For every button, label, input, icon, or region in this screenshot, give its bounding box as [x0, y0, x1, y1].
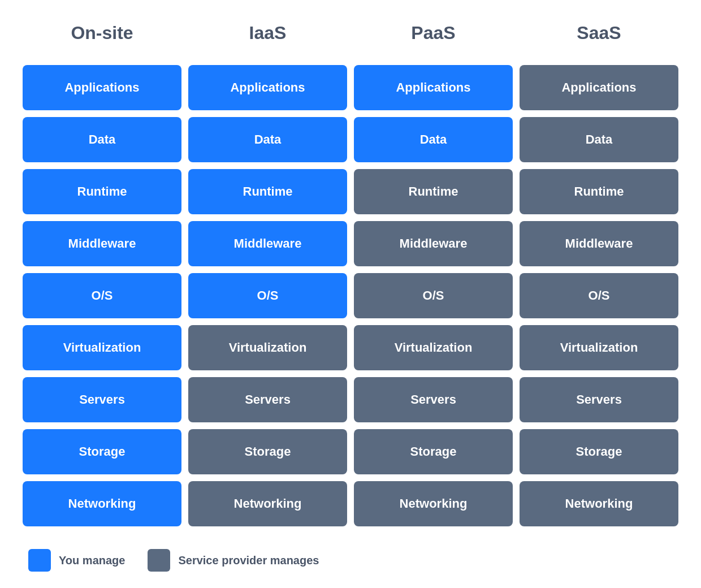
- comparison-table: On-site IaaS PaaS SaaS ApplicationsAppli…: [23, 17, 678, 572]
- cell-runtime-iaas: Runtime: [188, 169, 347, 214]
- grid: ApplicationsApplicationsApplicationsAppl…: [23, 65, 678, 526]
- cell-applications-iaas: Applications: [188, 65, 347, 110]
- cell-storage-iaas: Storage: [188, 429, 347, 474]
- cell-o-s-onsite: O/S: [23, 273, 181, 318]
- cell-middleware-paas: Middleware: [354, 221, 513, 266]
- cell-o-s-paas: O/S: [354, 273, 513, 318]
- cell-data-paas: Data: [354, 117, 513, 162]
- col-header-iaas: IaaS: [188, 17, 347, 55]
- legend-provider-manages-label: Service provider manages: [178, 554, 319, 567]
- cell-servers-iaas: Servers: [188, 377, 347, 422]
- cell-runtime-saas: Runtime: [520, 169, 678, 214]
- cell-middleware-onsite: Middleware: [23, 221, 181, 266]
- cell-data-saas: Data: [520, 117, 678, 162]
- cell-networking-iaas: Networking: [188, 481, 347, 526]
- column-headers: On-site IaaS PaaS SaaS: [23, 17, 678, 55]
- cell-o-s-saas: O/S: [520, 273, 678, 318]
- cell-middleware-iaas: Middleware: [188, 221, 347, 266]
- cell-networking-onsite: Networking: [23, 481, 181, 526]
- cell-storage-paas: Storage: [354, 429, 513, 474]
- cell-servers-saas: Servers: [520, 377, 678, 422]
- cell-virtualization-paas: Virtualization: [354, 325, 513, 370]
- cell-storage-onsite: Storage: [23, 429, 181, 474]
- legend-you-manage: You manage: [28, 549, 125, 572]
- cell-servers-paas: Servers: [354, 377, 513, 422]
- cell-storage-saas: Storage: [520, 429, 678, 474]
- cell-virtualization-onsite: Virtualization: [23, 325, 181, 370]
- cell-virtualization-saas: Virtualization: [520, 325, 678, 370]
- col-header-saas: SaaS: [520, 17, 678, 55]
- legend-gray-box: [148, 549, 170, 572]
- cell-runtime-paas: Runtime: [354, 169, 513, 214]
- col-header-paas: PaaS: [354, 17, 513, 55]
- cell-runtime-onsite: Runtime: [23, 169, 181, 214]
- cell-middleware-saas: Middleware: [520, 221, 678, 266]
- legend-you-manage-label: You manage: [59, 554, 125, 567]
- col-header-onsite: On-site: [23, 17, 181, 55]
- legend: You manage Service provider manages: [23, 549, 678, 572]
- cell-data-onsite: Data: [23, 117, 181, 162]
- cell-applications-paas: Applications: [354, 65, 513, 110]
- cell-virtualization-iaas: Virtualization: [188, 325, 347, 370]
- cell-servers-onsite: Servers: [23, 377, 181, 422]
- cell-o-s-iaas: O/S: [188, 273, 347, 318]
- legend-blue-box: [28, 549, 51, 572]
- cell-applications-saas: Applications: [520, 65, 678, 110]
- cell-applications-onsite: Applications: [23, 65, 181, 110]
- cell-networking-saas: Networking: [520, 481, 678, 526]
- cell-networking-paas: Networking: [354, 481, 513, 526]
- legend-provider-manages: Service provider manages: [148, 549, 319, 572]
- cell-data-iaas: Data: [188, 117, 347, 162]
